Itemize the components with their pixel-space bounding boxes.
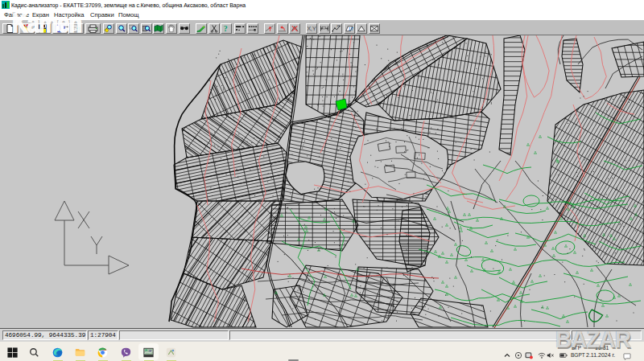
svg-text:X,Y: X,Y xyxy=(307,26,316,31)
svg-text:?: ? xyxy=(224,24,228,33)
svg-text:P: P xyxy=(337,24,340,28)
svg-text:17: 17 xyxy=(348,27,353,31)
